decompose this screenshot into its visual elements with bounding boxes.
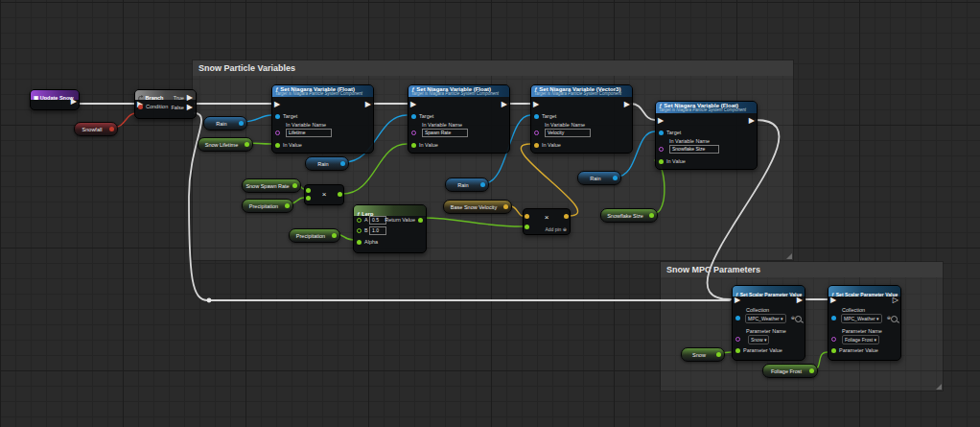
wire-multiply-to-invalue-3[interactable] (521, 144, 577, 216)
collection-dropdown[interactable]: MPC_Weather ▾ (745, 314, 786, 323)
pill-rain-4[interactable]: Rain (577, 171, 621, 185)
wire-exec-velocity-to-snowflake[interactable] (631, 104, 655, 120)
exec-out-pin[interactable]: ▶ (365, 101, 371, 108)
parameter-value-pin[interactable] (831, 348, 836, 353)
parameter-name-dropdown[interactable]: Snow ▾ (748, 335, 769, 344)
exec-out-pin[interactable]: ▶ (71, 98, 77, 106)
output-pin[interactable] (649, 213, 654, 218)
output-pin[interactable] (109, 127, 114, 131)
pill-snowfall[interactable]: Snowfall (74, 122, 118, 136)
lerp-a-pin[interactable] (357, 218, 362, 223)
output-pin[interactable] (480, 182, 485, 187)
variable-name-pin[interactable] (534, 130, 539, 135)
exec-out-pin[interactable]: ▶ (749, 117, 755, 125)
exec-false-pin[interactable]: ▶ (187, 104, 193, 111)
node-update-snow-event[interactable]: ▣ Update Snow ▶ (30, 89, 80, 110)
output-pin[interactable] (340, 161, 345, 166)
lerp-alpha-pin[interactable] (357, 240, 362, 245)
exec-out-pin[interactable]: ▶ (502, 101, 507, 108)
parameter-value-pin[interactable] (735, 348, 740, 353)
multiply-in-b-pin[interactable] (525, 225, 529, 229)
variable-name-pin[interactable] (275, 130, 280, 135)
dropdown-arrow-icon: ▾ (876, 316, 879, 321)
collection-dropdown[interactable]: MPC_Weather ▾ (841, 314, 882, 323)
lerp-return-pin[interactable] (418, 218, 423, 223)
collection-pin[interactable] (831, 316, 836, 320)
exec-out-pin[interactable]: ▶ (624, 101, 630, 108)
output-pin[interactable] (239, 121, 244, 126)
in-value-pin[interactable] (411, 143, 416, 148)
exec-in-pin[interactable]: ▶ (533, 101, 539, 108)
parameter-name-pin[interactable] (831, 337, 836, 342)
reroute-node[interactable] (207, 298, 212, 303)
collection-pin[interactable] (735, 316, 740, 320)
output-pin[interactable] (245, 142, 249, 147)
multiply-in-a-pin[interactable] (306, 188, 311, 193)
variable-name-field[interactable]: Lifetime (286, 129, 332, 137)
exec-in-pin[interactable]: ▶ (735, 297, 740, 304)
node-set-scalar-foliage-frost[interactable]: ƒSet Scalar Parameter Value ▶ ▷ Collecti… (828, 285, 901, 361)
node-multiply-vector[interactable]: × Add pin ⊕ (523, 208, 571, 235)
in-value-pin[interactable] (275, 143, 280, 148)
pill-base-snow-velocity[interactable]: Base Snow Velocity (443, 200, 512, 214)
pill-snow[interactable]: Snow (681, 347, 725, 362)
pill-precipitation-2[interactable]: Precipitation (289, 228, 340, 243)
variable-name-field[interactable]: Velocity (545, 129, 591, 137)
exec-in-pin[interactable]: ▶ (658, 117, 664, 125)
pill-rain-2[interactable]: Rain (305, 156, 349, 171)
pill-snowflake-size[interactable]: Snowflake Size (600, 208, 658, 223)
pill-snow-spawn-rate[interactable]: Snow Spawn Rate (242, 178, 301, 193)
output-pin[interactable] (716, 352, 721, 357)
node-set-niagara-velocity[interactable]: ƒSet Niagara Variable (Vector3) Target i… (530, 84, 633, 154)
output-pin[interactable] (332, 233, 337, 238)
target-pin[interactable] (659, 130, 664, 135)
in-value-pin[interactable] (659, 159, 664, 164)
exec-out-pin[interactable]: ▶ (797, 297, 803, 304)
lerp-b-field[interactable]: 1.0 (369, 226, 386, 235)
pill-rain-3[interactable]: Rain (445, 178, 489, 192)
blueprint-graph-canvas[interactable]: Snow Particle Variables Snow MPC Paramet… (0, 0, 980, 427)
parameter-name-dropdown[interactable]: Foliage Frost ▾ (842, 335, 879, 344)
node-lerp[interactable]: ƒLerp A 0.5 B 1.0 Alpha Return Value (353, 204, 427, 253)
node-set-niagara-spawn-rate[interactable]: ƒSet Niagara Variable (Float) Target is … (408, 84, 510, 154)
node-branch[interactable]: Branch ▶ Condition ▶ True ▶ False (134, 89, 197, 119)
output-pin[interactable] (285, 203, 290, 208)
target-pin[interactable] (275, 114, 280, 119)
exec-in-pin[interactable]: ▶ (274, 101, 280, 108)
node-set-niagara-snowflake-size[interactable]: ƒSet Niagara Variable (Float) Target is … (655, 101, 758, 170)
multiply-in-a-pin[interactable] (525, 214, 529, 219)
variable-name-pin[interactable] (411, 130, 416, 135)
output-pin[interactable] (613, 176, 618, 180)
output-pin[interactable] (809, 368, 814, 373)
lerp-a-field[interactable]: 0.5 (369, 216, 386, 225)
variable-name-field[interactable]: Spawn Rate (422, 129, 468, 137)
exec-true-pin[interactable]: ▶ (187, 94, 193, 102)
pill-precipitation-1[interactable]: Precipitation (242, 199, 293, 213)
parameter-name-pin[interactable] (735, 337, 740, 342)
target-pin[interactable] (411, 114, 416, 119)
output-pin[interactable] (503, 204, 508, 209)
in-value-pin[interactable] (534, 143, 539, 148)
multiply-in-b-pin[interactable] (306, 196, 311, 201)
add-pin-row[interactable]: Add pin ⊕ (545, 226, 567, 232)
pill-rain-1[interactable]: Rain (203, 116, 247, 130)
multiply-out-pin[interactable] (338, 192, 342, 197)
variable-name-pin[interactable] (659, 147, 664, 152)
exec-in-pin[interactable]: ▶ (410, 101, 416, 108)
output-pin[interactable] (292, 183, 297, 188)
pill-snow-lifetime[interactable]: Snow Lifetime (198, 137, 253, 152)
lerp-b-pin[interactable] (357, 228, 362, 233)
node-set-scalar-snow[interactable]: ƒSet Scalar Parameter Value ▶ ▶ Collecti… (732, 285, 805, 361)
node-set-niagara-lifetime[interactable]: ƒSet Niagara Variable (Float) Target is … (271, 84, 374, 154)
exec-out-pin[interactable]: ▷ (893, 297, 898, 304)
node-multiply-float[interactable]: × (304, 184, 344, 205)
wire-lerp-to-vector-multiply[interactable] (423, 218, 523, 226)
variable-name-field[interactable]: Snowflake Size (669, 145, 719, 154)
search-icon[interactable] (795, 316, 802, 322)
exec-in-pin[interactable]: ▶ (830, 297, 836, 304)
pill-foliage-frost[interactable]: Foliage Frost (762, 364, 818, 378)
target-pin[interactable] (534, 114, 539, 119)
condition-pin[interactable] (138, 105, 143, 109)
multiply-out-pin[interactable] (564, 214, 569, 219)
search-icon[interactable] (891, 316, 898, 322)
